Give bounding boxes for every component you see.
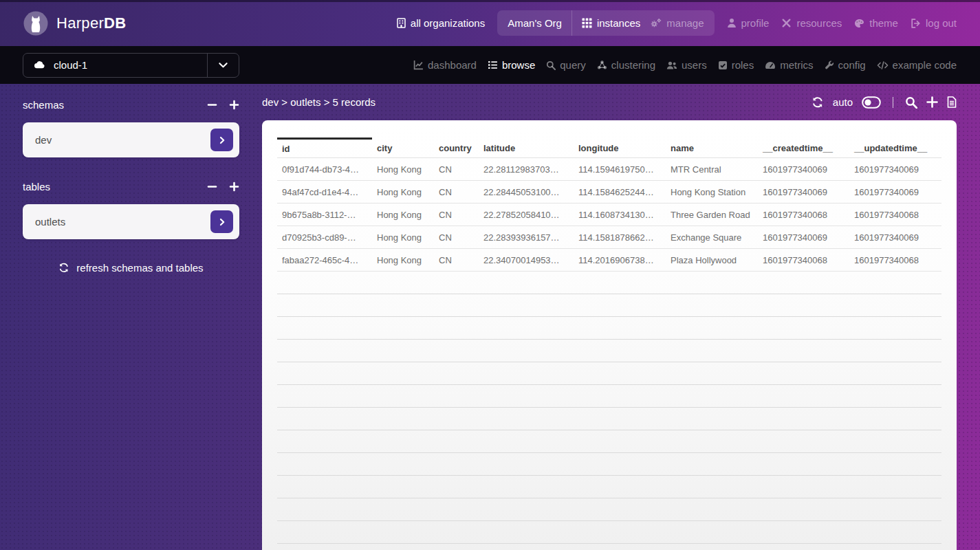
column-header-longitude[interactable]: longitude [574, 139, 666, 158]
record-cell: Hong Kong [372, 249, 434, 272]
bulk-upload-button[interactable] [947, 96, 957, 108]
column-header-city[interactable]: city [372, 139, 434, 158]
column-header-latitude[interactable]: latitude [479, 139, 574, 158]
chevron-right-icon [218, 218, 226, 226]
add-record-button[interactable] [926, 96, 938, 108]
schemas-label: schemas [23, 99, 64, 111]
instance-select-caret [207, 54, 239, 77]
auto-refresh-toggle[interactable] [862, 96, 881, 109]
tab-query-label: query [560, 59, 586, 71]
top-navbar: HarperDB all organizations Aman's Org in… [0, 0, 980, 46]
record-row[interactable]: 0f91d744-db73-4…Hong KongCN22.2811298370… [277, 158, 941, 181]
tab-config[interactable]: config [825, 59, 866, 71]
record-cell: 114.1581878662… [574, 226, 666, 249]
grid-icon [582, 18, 592, 28]
tab-metrics[interactable]: metrics [765, 59, 813, 71]
tab-query[interactable]: query [546, 59, 586, 71]
instance-navbar: cloud-1 dashboard browse query [0, 46, 980, 84]
record-cell: 1601977340069 [849, 181, 941, 204]
resources-link[interactable]: resources [781, 17, 842, 29]
record-cell: 22.28112983703… [479, 158, 574, 181]
record-cell: 1601977340069 [758, 181, 849, 204]
record-row[interactable]: d70925b3-cd89-…Hong KongCN22.28393936157… [277, 226, 941, 249]
tab-example-code-label: example code [893, 59, 957, 71]
instance-select[interactable]: cloud-1 [23, 53, 239, 78]
tab-example-code[interactable]: example code [877, 59, 957, 71]
search-icon [546, 60, 556, 70]
record-cell: 114.2016906738… [574, 249, 666, 272]
chevron-down-icon [218, 62, 228, 69]
theme-link[interactable]: theme [854, 17, 898, 29]
record-cell: d70925b3-cd89-… [277, 226, 372, 249]
records-table: idcitycountrylatitudelongitudename__crea… [277, 138, 941, 544]
page-body: schemas dev tables [0, 84, 980, 550]
schema-item-dev[interactable]: dev [23, 122, 239, 157]
cluster-icon [597, 60, 607, 70]
record-cell: CN [434, 158, 479, 181]
record-row[interactable]: 94af47cd-d1e4-4…Hong KongCN22.2844505310… [277, 181, 941, 204]
content-area: dev > outlets > 5 records auto [262, 84, 980, 550]
open-table-button[interactable] [210, 210, 233, 233]
table-item-outlets[interactable]: outlets [23, 204, 239, 239]
chevron-right-icon [218, 136, 226, 144]
refresh-schemas-button[interactable]: refresh schemas and tables [23, 262, 239, 274]
record-row[interactable]: fabaa272-465c-4…Hong KongCN22.3407001495… [277, 249, 941, 272]
cloud-icon [33, 60, 45, 69]
column-header-updatedtime[interactable]: __updatedtime__ [849, 139, 941, 158]
column-header-createdtime[interactable]: __createdtime__ [758, 139, 849, 158]
record-cell: Three Garden Road [666, 204, 758, 226]
record-cell: 1601977340068 [849, 204, 941, 226]
tools-icon [781, 18, 792, 28]
add-table-button[interactable] [229, 182, 239, 192]
instance-select-value: cloud-1 [54, 59, 87, 71]
records-panel: idcitycountrylatitudelongitudename__crea… [262, 120, 957, 550]
empty-row [277, 294, 941, 317]
tab-roles[interactable]: roles [718, 59, 754, 71]
table-item-label: outlets [35, 216, 65, 228]
org-name-label: Aman's Org [508, 17, 562, 29]
resources-label: resources [796, 17, 842, 29]
tab-dashboard-label: dashboard [428, 59, 477, 71]
empty-row [277, 272, 941, 294]
org-box-divider [571, 10, 572, 36]
tab-users[interactable]: users [666, 59, 707, 71]
content-header: dev > outlets > 5 records auto [262, 84, 957, 120]
remove-table-button[interactable] [207, 182, 217, 192]
empty-row [277, 408, 941, 430]
gauge-icon [765, 60, 776, 70]
remove-schema-button[interactable] [207, 100, 217, 110]
empty-row [277, 317, 941, 340]
column-header-id[interactable]: id [277, 139, 372, 158]
record-cell: 1601977340069 [849, 158, 941, 181]
chart-icon [413, 60, 424, 70]
open-schema-button[interactable] [210, 129, 233, 151]
code-icon [877, 60, 889, 70]
profile-link[interactable]: profile [727, 17, 770, 29]
record-cell: 22.27852058410… [479, 204, 574, 226]
tab-dashboard[interactable]: dashboard [413, 59, 477, 71]
logout-label: log out [926, 17, 957, 29]
tab-clustering[interactable]: clustering [597, 59, 655, 71]
org-context-box: Aman's Org instances manage [497, 10, 714, 36]
refresh-records-button[interactable] [812, 97, 824, 108]
logout-link[interactable]: log out [911, 17, 957, 29]
org-name[interactable]: Aman's Org [508, 17, 562, 29]
record-cell: 22.28393936157… [479, 226, 574, 249]
tab-manage[interactable]: manage [650, 17, 704, 29]
harperdb-logo-icon [23, 10, 49, 36]
tab-instances[interactable]: instances [582, 17, 640, 29]
tab-browse[interactable]: browse [488, 59, 535, 71]
profile-label: profile [741, 17, 770, 29]
add-schema-button[interactable] [229, 100, 239, 110]
record-cell: 22.28445053100… [479, 181, 574, 204]
refresh-schemas-label: refresh schemas and tables [76, 262, 203, 274]
harperdb-brand[interactable]: HarperDB [23, 10, 126, 36]
column-header-name[interactable]: name [666, 139, 758, 158]
all-organizations-link[interactable]: all organizations [397, 17, 485, 29]
search-records-button[interactable] [905, 96, 917, 109]
empty-row [277, 476, 941, 498]
empty-row [277, 362, 941, 385]
schema-item-label: dev [35, 134, 52, 146]
record-row[interactable]: 9b675a8b-3112-…Hong KongCN22.27852058410… [277, 204, 941, 226]
column-header-country[interactable]: country [434, 139, 479, 158]
